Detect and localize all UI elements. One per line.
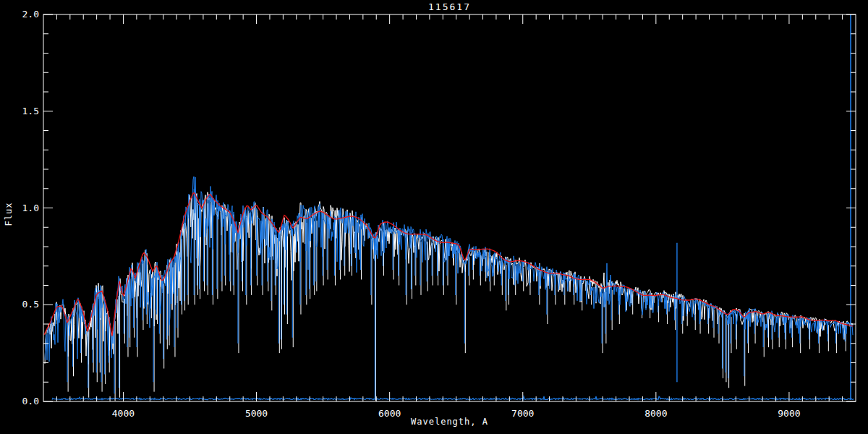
y-tick-label: 0.5 [22,299,39,310]
y-tick-label: 1.0 [22,203,39,213]
x-tick-label: 9000 [778,408,800,419]
x-tick-label: 8000 [644,408,667,419]
y-tick-label: 0.0 [22,396,39,407]
y-tick-label: 2.0 [22,9,39,20]
x-tick-label: 4000 [112,408,135,419]
x-tick-label: 6000 [378,408,401,419]
observed-spectrum-blue [45,176,853,362]
model-fit-red [44,193,853,336]
x-tick-label: 7000 [511,408,534,419]
error-spectrum-trace [52,396,854,400]
plot-area: 4000500060007000800090000.00.51.01.52.0 [0,0,868,434]
spectrum-figure: 115617 Flux Wavelength, A 40005000600070… [0,0,868,434]
y-tick-label: 1.5 [22,106,39,116]
x-tick-label: 5000 [245,408,268,419]
plot-border [43,14,856,401]
